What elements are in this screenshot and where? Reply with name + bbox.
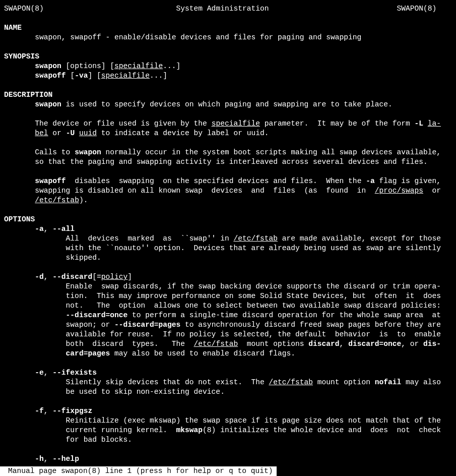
man-page: SWAPON(8) System Administration SWAPON(8… [0,0,456,464]
path-etc-fstab: /etc/fstab [35,196,79,204]
opt-h: -h [35,455,44,463]
syn-swapoff: swapoff [35,72,66,80]
section-description: DESCRIPTION [4,91,52,99]
section-name: NAME [4,24,22,32]
opt-f: -f [35,407,44,415]
syn-specialfile: specialfile [114,62,163,70]
header-left: SWAPON(8) [4,5,44,13]
header-center: System Administration [176,5,269,13]
opt-a: -a [35,225,44,233]
syn-swapon: swapon [35,62,61,70]
opt-d: -d [35,273,44,281]
opt-e: -e [35,369,44,377]
name-line: swapon, swapoff - enable/disable devices… [35,33,361,41]
header-right: SWAPON(8) [397,5,436,13]
section-options: OPTIONS [4,215,35,223]
section-synopsis: SYNOPSIS [4,52,39,61]
path-proc-swaps: /proc/swaps [375,187,423,195]
